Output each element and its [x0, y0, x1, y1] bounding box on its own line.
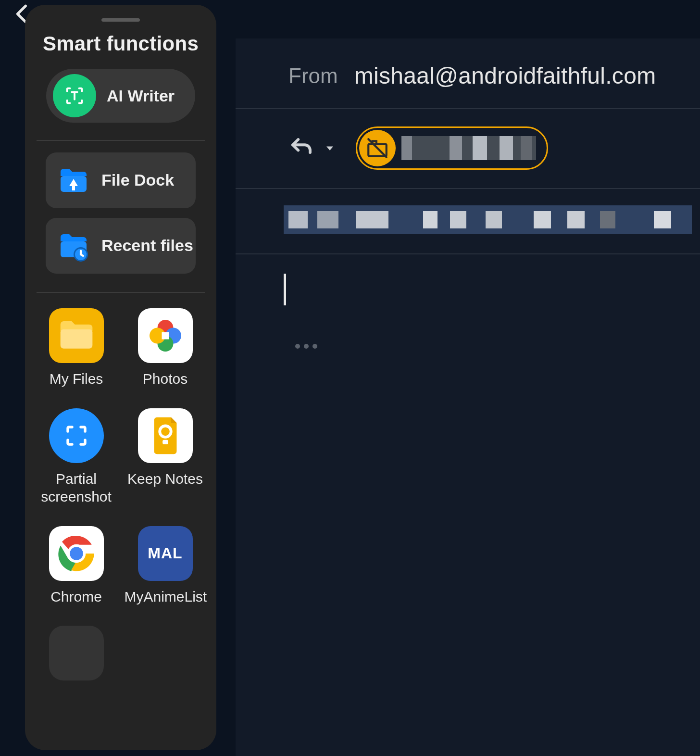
file-dock-icon [56, 163, 91, 198]
app-myanimelist[interactable]: MAL MyAnimeList [124, 526, 207, 606]
app-label: Photos [143, 370, 188, 388]
keep-notes-icon [138, 408, 193, 463]
file-dock-button[interactable]: File Dock [46, 152, 196, 208]
from-value: mishaal@androidfaithful.com [354, 63, 656, 89]
from-row[interactable]: From mishaal@androidfaithful.com [236, 55, 700, 109]
app-partial-screenshot[interactable]: Partial screenshot [35, 408, 118, 506]
file-dock-label: File Dock [101, 171, 174, 189]
show-trimmed-icon[interactable] [295, 344, 700, 349]
app-label: My Files [50, 370, 103, 388]
recent-files-label: Recent files [101, 236, 193, 255]
app-label: Chrome [50, 588, 102, 606]
recent-files-button[interactable]: Recent files [46, 218, 196, 274]
app-folder[interactable] [35, 626, 118, 680]
app-label: Keep Notes [127, 470, 203, 488]
app-photos[interactable]: Photos [124, 308, 207, 388]
subject-redacted [284, 205, 692, 234]
my-files-icon [49, 308, 104, 363]
myanimelist-icon: MAL [138, 526, 193, 581]
email-compose: From mishaal@androidfaithful.com [236, 38, 700, 756]
chrome-icon [49, 526, 104, 581]
ai-writer-label: AI Writer [107, 87, 175, 105]
recipient-redacted [401, 136, 536, 160]
text-cursor [284, 274, 286, 305]
partial-screenshot-icon [49, 408, 104, 463]
folder-icon [49, 626, 104, 680]
app-grid: My Files Photos [35, 308, 207, 680]
subject-row[interactable] [236, 189, 700, 254]
smart-functions-panel: Smart functions AI Writer File Dock [25, 5, 216, 750]
to-row[interactable] [236, 109, 700, 189]
email-body[interactable] [236, 254, 700, 349]
ai-writer-icon [53, 74, 96, 117]
photos-icon [138, 308, 193, 363]
divider [37, 140, 205, 141]
app-chrome[interactable]: Chrome [35, 526, 118, 606]
recipient-avatar-icon [359, 130, 396, 166]
app-keep-notes[interactable]: Keep Notes [124, 408, 207, 506]
app-my-files[interactable]: My Files [35, 308, 118, 388]
from-label: From [288, 64, 338, 88]
reply-icon[interactable] [288, 135, 314, 161]
app-label: MyAnimeList [125, 588, 206, 606]
dropdown-icon[interactable] [323, 141, 337, 155]
panel-title: Smart functions [35, 32, 207, 55]
drag-handle[interactable] [101, 18, 140, 22]
svg-rect-4 [60, 329, 92, 349]
svg-rect-9 [162, 332, 169, 340]
app-label: Partial screenshot [36, 470, 117, 506]
recipient-chip[interactable] [356, 126, 548, 170]
ai-writer-button[interactable]: AI Writer [46, 69, 195, 123]
divider [37, 292, 205, 293]
svg-rect-11 [162, 440, 168, 444]
recent-files-icon [56, 228, 91, 263]
